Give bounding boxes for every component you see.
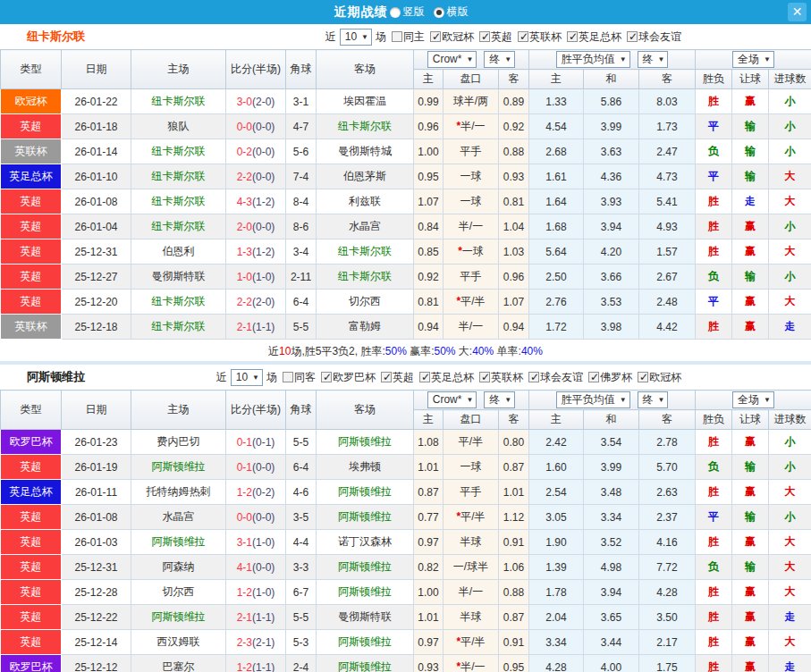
recent-count-select[interactable]: 10▼ bbox=[340, 29, 372, 46]
handicap-result-cell: 赢 bbox=[732, 89, 769, 114]
league-checkbox[interactable] bbox=[479, 372, 490, 382]
odds-source-group: Crow*▼终▼ bbox=[414, 50, 529, 70]
corners-cell: 5-5 bbox=[286, 315, 317, 340]
handicap-result-cell: 输 bbox=[732, 555, 769, 580]
league-checkbox[interactable] bbox=[518, 31, 528, 42]
odds-final-select[interactable]: 终▼ bbox=[484, 391, 515, 408]
league-checkbox-label[interactable]: 英联杯 bbox=[491, 370, 523, 385]
corners-cell: 7-4 bbox=[286, 164, 317, 189]
col-header-md: 和 bbox=[584, 410, 639, 430]
mean-final-select[interactable]: 终▼ bbox=[638, 51, 669, 68]
col-header-let: 让球 bbox=[732, 410, 769, 430]
fulltime-score: 3-0 bbox=[237, 96, 252, 108]
chevron-down-icon: ▼ bbox=[658, 55, 665, 63]
result-cell: 胜 bbox=[696, 630, 732, 655]
mean-group: 胜平负均值▼终▼ bbox=[529, 391, 696, 410]
close-icon[interactable]: ✕ bbox=[788, 3, 807, 21]
handicap-cell: 平/半 bbox=[444, 430, 499, 455]
home-team-cell: 费内巴切 bbox=[131, 430, 226, 455]
home-odds-cell: 0.94 bbox=[414, 315, 444, 340]
league-checkbox[interactable] bbox=[627, 31, 638, 42]
summary-part: 场,胜5平3负2, 胜率: bbox=[291, 345, 384, 357]
league-checkbox[interactable] bbox=[419, 372, 430, 382]
odds-final-select[interactable]: 终▼ bbox=[484, 51, 515, 68]
league-checkbox[interactable] bbox=[567, 31, 578, 42]
col-header-mh: 主 bbox=[529, 410, 584, 430]
horizontal-layout-radio[interactable] bbox=[434, 7, 444, 18]
league-checkbox-label[interactable]: 球会友谊 bbox=[638, 29, 681, 45]
same-venue-label[interactable]: 同客 bbox=[294, 370, 316, 385]
home-team-cell: 纽卡斯尔联 bbox=[131, 189, 226, 214]
corners-cell: 3-4 bbox=[286, 239, 317, 265]
away-team-cell: 阿斯顿维拉 bbox=[317, 655, 414, 672]
mean-draw-cell: 4.00 bbox=[584, 655, 639, 672]
odds-source-select[interactable]: Crow*▼ bbox=[427, 391, 477, 408]
handicap-cell: 半/一 bbox=[444, 214, 499, 239]
recent-count-select[interactable]: 10▼ bbox=[231, 369, 263, 386]
league-checkbox-label[interactable]: 欧冠杯 bbox=[442, 29, 474, 45]
same-venue-checkbox[interactable] bbox=[283, 372, 293, 382]
league-checkbox-label[interactable]: 欧冠杯 bbox=[649, 370, 681, 385]
mean-type-select[interactable]: 胜平负均值▼ bbox=[556, 51, 630, 68]
table-row: 英超25-12-27曼彻斯特联1-0(1-0)2-11纽卡斯尔联0.92平手0.… bbox=[1, 265, 811, 290]
result-cell: 平 bbox=[696, 290, 732, 315]
league-checkbox-label[interactable]: 英联杯 bbox=[529, 29, 562, 45]
goals-result-cell: 走 bbox=[769, 655, 811, 672]
league-checkbox[interactable] bbox=[321, 372, 332, 382]
league-checkbox[interactable] bbox=[430, 31, 441, 42]
result-cell: 胜 bbox=[696, 189, 732, 214]
handicap-result-cell: 赢 bbox=[732, 214, 769, 239]
mean-away-cell: 3.50 bbox=[639, 605, 696, 630]
away-odds-cell: 0.87 bbox=[499, 455, 529, 480]
scope-select[interactable]: 全场▼ bbox=[732, 391, 774, 408]
league-checkbox[interactable] bbox=[381, 372, 392, 382]
fulltime-score: 2-1 bbox=[237, 321, 252, 333]
league-checkbox-label[interactable]: 球会友谊 bbox=[540, 370, 583, 385]
score-cell: 0-0(0-0) bbox=[226, 114, 286, 139]
goals-result-cell: 大 bbox=[769, 630, 811, 655]
league-checkbox-label[interactable]: 英超 bbox=[393, 370, 414, 385]
fulltime-score: 0-1 bbox=[237, 436, 252, 449]
league-cell: 英联杯 bbox=[1, 315, 62, 340]
handicap-result-cell: 输 bbox=[732, 265, 769, 290]
league-cell: 英超 bbox=[1, 605, 62, 630]
league-checkbox-label[interactable]: 英足总杯 bbox=[579, 29, 621, 45]
league-checkbox-label[interactable]: 欧罗巴杯 bbox=[333, 370, 376, 385]
recent-count-select-value: 10 bbox=[236, 371, 248, 383]
vertical-layout-radio[interactable] bbox=[390, 7, 401, 18]
horizontal-layout-label[interactable]: 横版 bbox=[447, 4, 469, 20]
table-row: 英联杯25-12-18纽卡斯尔联2-1(1-1)5-5富勒姆0.94半/一0.9… bbox=[1, 315, 811, 340]
vertical-layout-label[interactable]: 竖版 bbox=[403, 4, 425, 20]
league-checkbox-label[interactable]: 佛罗杯 bbox=[600, 370, 632, 385]
mean-away-cell: 2.47 bbox=[639, 139, 696, 164]
matches-table: 类型日期主场比分(半场)角球客场Crow*▼终▼胜平负均值▼终▼全场▼主盘口客主… bbox=[0, 49, 811, 340]
same-venue-checkbox[interactable] bbox=[392, 31, 402, 42]
table-row: 英超26-01-19阿斯顿维拉0-1(0-0)6-4埃弗顿1.01一球0.871… bbox=[1, 455, 811, 480]
away-team-cell: 阿斯顿维拉 bbox=[317, 505, 414, 530]
table-row: 英超26-01-03阿斯顿维拉3-1(1-0)4-4诺丁汉森林0.97半球0.9… bbox=[1, 530, 811, 555]
scope-select[interactable]: 全场▼ bbox=[732, 51, 774, 68]
mean-home-cell: 4.54 bbox=[529, 114, 584, 139]
near-label: 近 bbox=[325, 29, 336, 45]
league-checkbox-label[interactable]: 英足总杯 bbox=[431, 370, 474, 385]
league-checkbox-label[interactable]: 英超 bbox=[491, 29, 512, 45]
sections-root: 纽卡斯尔联近10▼场同主欧冠杯英超英联杯英足总杯球会友谊类型日期主场比分(半场)… bbox=[0, 24, 811, 672]
odds-source-select[interactable]: Crow*▼ bbox=[427, 51, 477, 68]
date-cell: 26-01-08 bbox=[62, 189, 131, 214]
away-odds-cell: 0.80 bbox=[499, 430, 529, 455]
league-checkbox[interactable] bbox=[479, 31, 490, 42]
scope-group: 全场▼ bbox=[696, 391, 811, 410]
chevron-down-icon: ▼ bbox=[620, 55, 627, 63]
date-cell: 26-01-03 bbox=[62, 530, 131, 555]
same-venue-label[interactable]: 同主 bbox=[403, 29, 425, 45]
league-checkbox[interactable] bbox=[588, 372, 599, 382]
halftime-score: (1-0) bbox=[252, 586, 275, 599]
fulltime-score: 0-2 bbox=[237, 146, 252, 158]
mean-final-select[interactable]: 终▼ bbox=[638, 391, 669, 408]
home-team-cell: 纽卡斯尔联 bbox=[131, 89, 226, 114]
league-checkbox[interactable] bbox=[638, 372, 648, 382]
league-checkbox[interactable] bbox=[528, 372, 539, 382]
mean-type-select[interactable]: 胜平负均值▼ bbox=[556, 391, 630, 408]
home-team-cell: 伯恩利 bbox=[131, 239, 226, 265]
halftime-score: (0-0) bbox=[252, 511, 275, 524]
